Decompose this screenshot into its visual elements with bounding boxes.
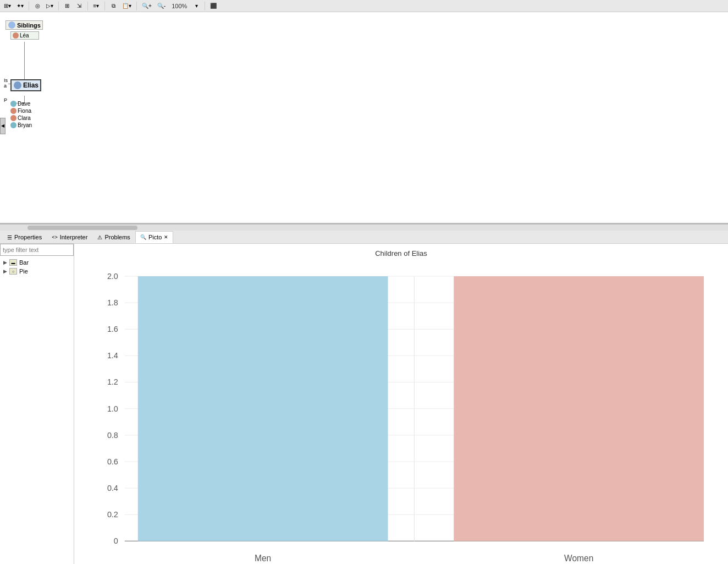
tab-picto-close[interactable]: ✕ (164, 234, 168, 240)
toolbar-grid-btn[interactable]: ⊞ (62, 1, 72, 11)
child-clara: Clara (10, 114, 32, 122)
lea-icon (13, 32, 19, 39)
toolbar-zoom-dropdown-btn[interactable]: ▾ (191, 1, 201, 11)
clara-label: Clara (18, 115, 31, 121)
toolbar-sep-5 (136, 2, 137, 10)
tab-interpreter[interactable]: <> Interpreter (47, 231, 92, 243)
svg-text:2.0: 2.0 (107, 272, 118, 281)
siblings-node: Siblings (5, 20, 43, 30)
lea-node: Léa (10, 31, 39, 40)
tab-properties[interactable]: ☰ Properties (2, 231, 47, 243)
bar-label: Bar (19, 259, 29, 266)
bar-men (138, 276, 388, 541)
bar-women (454, 276, 704, 541)
tab-problems[interactable]: ⚠ Problems (92, 231, 135, 243)
bryan-icon (10, 122, 16, 128)
filter-input[interactable] (0, 244, 74, 256)
bar-chart-icon: ▬ (9, 259, 17, 266)
svg-text:0.8: 0.8 (107, 431, 118, 440)
chart-container: 2.0 1.8 1.6 1.4 1.2 1.0 0.8 0.6 0.4 0.2 … (85, 263, 717, 564)
toolbar-align-btn[interactable]: ≡▾ (91, 1, 101, 11)
tab-problems-label: Problems (104, 234, 130, 240)
svg-text:0.2: 0.2 (107, 510, 118, 519)
toolbar-sep-1 (29, 2, 29, 10)
interpreter-icon: <> (52, 234, 58, 240)
p-label: P (4, 97, 7, 103)
properties-icon: ☰ (7, 234, 12, 240)
chart-sidebar: ▶ ▬ Bar ▶ ○ Pie (0, 244, 74, 564)
toolbar-sep-4 (104, 2, 105, 10)
toolbar-zoom-out-btn[interactable]: 🔍- (156, 1, 167, 11)
toolbar-copy-btn[interactable]: ⧉ (108, 1, 118, 11)
toolbar-export-btn[interactable]: ⇲ (74, 1, 84, 11)
siblings-label: Siblings (17, 22, 41, 29)
bryan-label: Bryan (18, 122, 32, 128)
fiona-icon (10, 108, 16, 114)
svg-text:1.4: 1.4 (107, 351, 118, 360)
canvas-scrollbar[interactable] (0, 224, 728, 231)
tab-picto-label: Picto (148, 234, 162, 240)
toolbar-settings-btn[interactable]: ✦▾ (15, 1, 25, 11)
siblings-icon (8, 21, 15, 29)
svg-text:1.0: 1.0 (107, 404, 118, 413)
elias-label: Elias (23, 81, 38, 89)
isa-label: Isa (4, 78, 8, 89)
svg-text:0: 0 (114, 536, 118, 545)
dave-icon (10, 101, 16, 107)
toolbar-menu-btn[interactable]: ⊞▾ (2, 1, 13, 11)
tabs-row: ☰ Properties <> Interpreter ⚠ Problems 🔍… (0, 231, 728, 244)
toolbar-zoom-in-btn[interactable]: 🔍+ (140, 1, 153, 11)
zoom-level: 100% (169, 3, 189, 9)
picto-icon: 🔍 (140, 234, 146, 240)
clara-icon (10, 115, 16, 121)
toolbar-paste-btn[interactable]: 📋▾ (120, 1, 133, 11)
svg-text:1.2: 1.2 (107, 377, 118, 386)
pie-label: Pie (19, 268, 28, 275)
toolbar-select-btn[interactable]: ◎ (32, 1, 42, 11)
tab-picto[interactable]: 🔍 Picto ✕ (135, 231, 173, 243)
connector-v1 (24, 42, 25, 85)
child-fiona: Fiona (10, 107, 32, 114)
chart-type-list: ▶ ▬ Bar ▶ ○ Pie (0, 256, 74, 564)
panel-content: ▶ ▬ Bar ▶ ○ Pie Children of Elias (0, 244, 728, 564)
canvas-left-arrow[interactable]: ◀ (0, 118, 5, 134)
svg-text:1.8: 1.8 (107, 298, 118, 307)
child-bryan: Bryan (10, 122, 32, 129)
dave-label: Dave (18, 101, 30, 107)
tab-properties-label: Properties (14, 234, 42, 240)
svg-text:Men: Men (255, 553, 271, 562)
toolbar-view-btn[interactable]: ⬛ (208, 1, 218, 11)
elias-node: Elias (10, 79, 41, 91)
bar-chart-svg: 2.0 1.8 1.6 1.4 1.2 1.0 0.8 0.6 0.4 0.2 … (85, 263, 717, 564)
canvas-area: ◀ Siblings Léa Isa Elias P (0, 12, 728, 224)
tab-interpreter-label: Interpreter (60, 234, 88, 240)
pie-tree-icon: ▶ (3, 269, 7, 274)
svg-text:0.6: 0.6 (107, 457, 118, 466)
svg-text:0.4: 0.4 (107, 484, 118, 492)
fiona-label: Fiona (18, 108, 31, 114)
pie-chart-icon: ○ (9, 268, 17, 275)
toolbar-sep-3 (87, 2, 88, 10)
toolbar-sep-6 (205, 2, 205, 10)
bar-tree-icon: ▶ (3, 260, 7, 265)
elias-icon (14, 81, 21, 89)
problems-icon: ⚠ (97, 234, 102, 240)
sidebar-item-bar[interactable]: ▶ ▬ Bar (0, 258, 74, 267)
main-toolbar: ⊞▾ ✦▾ ◎ ▷▾ ⊞ ⇲ ≡▾ ⧉ 📋▾ 🔍+ 🔍- 100% ▾ ⬛ (0, 0, 728, 12)
toolbar-cursor-btn[interactable]: ▷▾ (45, 1, 55, 11)
bottom-panel: ☰ Properties <> Interpreter ⚠ Problems 🔍… (0, 231, 728, 564)
lea-label: Léa (20, 32, 29, 39)
svg-text:Women: Women (564, 553, 593, 562)
svg-text:1.6: 1.6 (107, 325, 118, 333)
chart-display-area: Children of Elias (74, 244, 728, 564)
children-list: Dave Fiona Clara Bryan (10, 100, 32, 129)
child-dave: Dave (10, 100, 32, 107)
chart-title: Children of Elias (85, 249, 717, 258)
sidebar-item-pie[interactable]: ▶ ○ Pie (0, 267, 74, 276)
toolbar-sep-2 (58, 2, 59, 10)
scroll-thumb[interactable] (27, 226, 137, 230)
